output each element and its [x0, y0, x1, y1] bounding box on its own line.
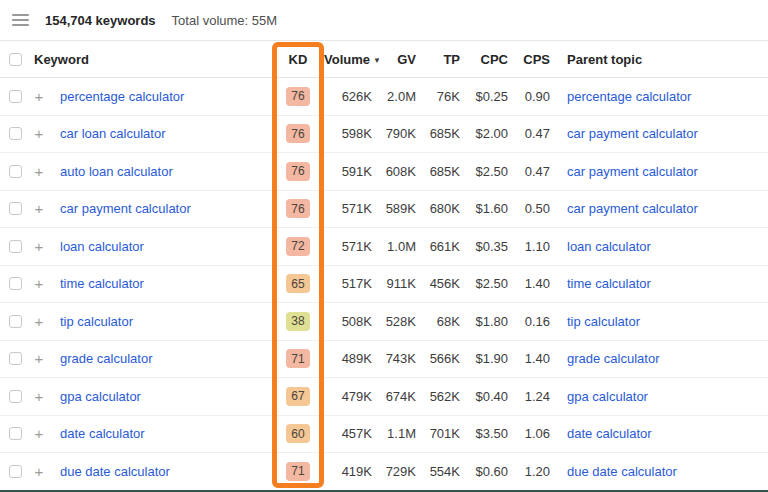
plus-icon: +: [35, 463, 44, 480]
parent-topic-cell: percentage calculator: [550, 89, 768, 104]
table-row: + grade calculator 71 489K 743K 566K $1.…: [0, 341, 768, 379]
expand-row-button[interactable]: +: [26, 313, 52, 330]
expand-row-button[interactable]: +: [26, 163, 52, 180]
parent-topic-link[interactable]: date calculator: [567, 426, 652, 441]
kd-badge: 67: [286, 387, 310, 406]
keyword-cell: gpa calculator: [52, 389, 274, 404]
gv-cell: 608K: [372, 164, 416, 179]
volume-cell: 419K: [322, 464, 372, 479]
header-parent-topic[interactable]: Parent topic: [550, 52, 768, 67]
row-checkbox[interactable]: [9, 127, 22, 140]
expand-row-button[interactable]: +: [26, 275, 52, 292]
expand-row-button[interactable]: +: [26, 125, 52, 142]
parent-topic-link[interactable]: car payment calculator: [567, 201, 698, 216]
header-volume[interactable]: Volume▼: [322, 52, 372, 67]
row-checkbox[interactable]: [9, 427, 22, 440]
parent-topic-cell: date calculator: [550, 426, 768, 441]
kd-cell: 71: [274, 462, 322, 481]
kd-badge: 38: [286, 312, 310, 331]
row-checkbox[interactable]: [9, 315, 22, 328]
parent-topic-cell: due date calculator: [550, 464, 768, 479]
header-gv[interactable]: GV: [372, 52, 416, 67]
keyword-link[interactable]: auto loan calculator: [60, 164, 173, 179]
expand-row-button[interactable]: +: [26, 350, 52, 367]
cpc-cell: $2.50: [460, 276, 508, 291]
select-all-checkbox[interactable]: [9, 53, 22, 66]
keyword-cell: due date calculator: [52, 464, 274, 479]
header-tp[interactable]: TP: [416, 52, 460, 67]
cpc-cell: $1.60: [460, 201, 508, 216]
keyword-link[interactable]: tip calculator: [60, 314, 133, 329]
menu-icon[interactable]: [12, 14, 29, 26]
keyword-cell: car payment calculator: [52, 201, 274, 216]
keyword-cell: tip calculator: [52, 314, 274, 329]
keyword-link[interactable]: grade calculator: [60, 351, 153, 366]
volume-cell: 517K: [322, 276, 372, 291]
cps-cell: 1.10: [508, 239, 550, 254]
plus-icon: +: [35, 163, 44, 180]
row-checkbox[interactable]: [9, 90, 22, 103]
expand-row-button[interactable]: +: [26, 425, 52, 442]
expand-row-button[interactable]: +: [26, 463, 52, 480]
header-keyword[interactable]: Keyword: [26, 52, 274, 67]
parent-topic-link[interactable]: loan calculator: [567, 239, 651, 254]
parent-topic-cell: gpa calculator: [550, 389, 768, 404]
keyword-cell: date calculator: [52, 426, 274, 441]
table-row: + car payment calculator 76 571K 589K 68…: [0, 191, 768, 229]
parent-topic-cell: loan calculator: [550, 239, 768, 254]
keyword-link[interactable]: car payment calculator: [60, 201, 191, 216]
toolbar: 154,704 keywords Total volume: 55M: [0, 0, 768, 41]
header-cps[interactable]: CPS: [508, 52, 550, 67]
gv-cell: 729K: [372, 464, 416, 479]
table-row: + gpa calculator 67 479K 674K 562K $0.40…: [0, 378, 768, 416]
expand-row-button[interactable]: +: [26, 88, 52, 105]
expand-row-button[interactable]: +: [26, 238, 52, 255]
volume-cell: 591K: [322, 164, 372, 179]
keyword-link[interactable]: loan calculator: [60, 239, 144, 254]
row-checkbox[interactable]: [9, 165, 22, 178]
row-checkbox-cell: [0, 465, 26, 478]
parent-topic-link[interactable]: percentage calculator: [567, 89, 691, 104]
cps-cell: 0.16: [508, 314, 550, 329]
keyword-link[interactable]: car loan calculator: [60, 126, 166, 141]
keyword-link[interactable]: date calculator: [60, 426, 145, 441]
kd-cell: 65: [274, 274, 322, 293]
volume-cell: 508K: [322, 314, 372, 329]
cps-cell: 1.06: [508, 426, 550, 441]
parent-topic-link[interactable]: tip calculator: [567, 314, 640, 329]
cps-cell: 0.47: [508, 126, 550, 141]
parent-topic-link[interactable]: time calculator: [567, 276, 651, 291]
header-cpc[interactable]: CPC: [460, 52, 508, 67]
tp-cell: 456K: [416, 276, 460, 291]
row-checkbox[interactable]: [9, 352, 22, 365]
parent-topic-link[interactable]: due date calculator: [567, 464, 677, 479]
plus-icon: +: [35, 238, 44, 255]
tp-cell: 701K: [416, 426, 460, 441]
gv-cell: 1.0M: [372, 239, 416, 254]
row-checkbox-cell: [0, 127, 26, 140]
kd-cell: 71: [274, 349, 322, 368]
cps-cell: 1.20: [508, 464, 550, 479]
keyword-link[interactable]: gpa calculator: [60, 389, 141, 404]
expand-row-button[interactable]: +: [26, 388, 52, 405]
row-checkbox[interactable]: [9, 240, 22, 253]
row-checkbox[interactable]: [9, 390, 22, 403]
volume-cell: 489K: [322, 351, 372, 366]
volume-cell: 457K: [322, 426, 372, 441]
row-checkbox[interactable]: [9, 202, 22, 215]
expand-row-button[interactable]: +: [26, 200, 52, 217]
keyword-link[interactable]: time calculator: [60, 276, 144, 291]
parent-topic-link[interactable]: car payment calculator: [567, 126, 698, 141]
parent-topic-link[interactable]: grade calculator: [567, 351, 660, 366]
keyword-link[interactable]: due date calculator: [60, 464, 170, 479]
row-checkbox[interactable]: [9, 465, 22, 478]
parent-topic-link[interactable]: car payment calculator: [567, 164, 698, 179]
keywords-explorer-page: 154,704 keywords Total volume: 55M Keywo…: [0, 0, 768, 492]
header-kd[interactable]: KD: [274, 52, 322, 67]
kd-cell: 76: [274, 199, 322, 218]
keyword-link[interactable]: percentage calculator: [60, 89, 184, 104]
parent-topic-link[interactable]: gpa calculator: [567, 389, 648, 404]
row-checkbox[interactable]: [9, 277, 22, 290]
kd-badge: 71: [286, 349, 310, 368]
tp-cell: 562K: [416, 389, 460, 404]
